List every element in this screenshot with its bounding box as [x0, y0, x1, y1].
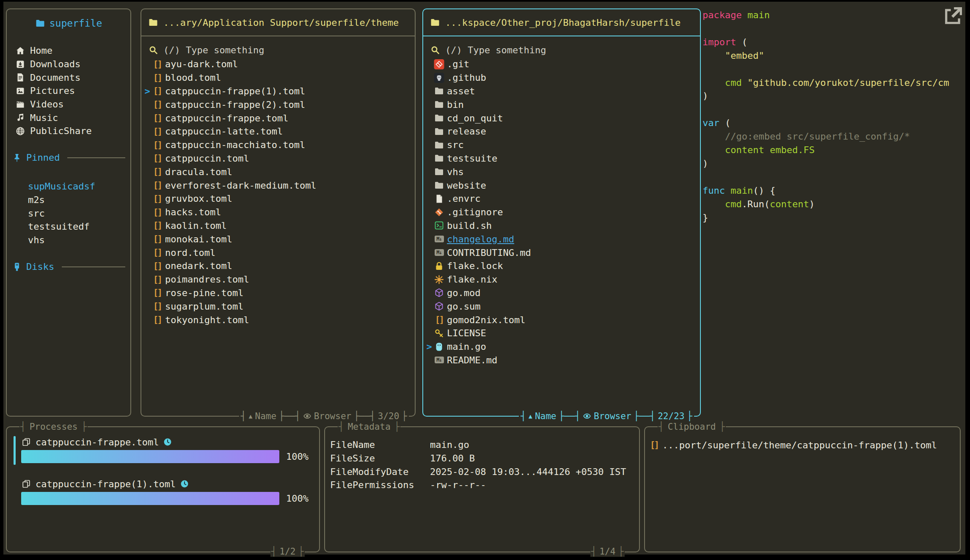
sort-label: Name [535, 411, 557, 421]
toml-icon: [] [152, 140, 163, 150]
file-row[interactable]: .git [425, 58, 698, 71]
external-link-icon[interactable] [942, 5, 964, 27]
pinned-item-testsuitedf[interactable]: testsuitedf [28, 220, 127, 233]
pinned-item-m2s[interactable]: m2s [28, 193, 127, 207]
file-row[interactable]: .gitignore [425, 206, 698, 219]
gitignore-icon [433, 207, 445, 217]
file-row[interactable]: []catppuccin-macchiato.toml [143, 138, 413, 152]
processes-panel: ┤ Processes ├ catppuccin-frappe.toml100%… [6, 426, 320, 552]
file-row[interactable]: []nord.toml [143, 246, 413, 259]
file-row[interactable]: flake.lock [425, 259, 698, 273]
file-row[interactable]: LICENSE [425, 327, 698, 340]
metadata-counter: ┤ 1/4 ├ [590, 546, 625, 557]
folder-icon [433, 126, 445, 137]
cursor-indicator: > [143, 86, 152, 96]
file-name: flake.nix [447, 274, 497, 285]
file-row[interactable]: []gruvbox.toml [143, 192, 413, 206]
sidebar-item-documents[interactable]: Documents [15, 71, 127, 84]
file-row[interactable]: build.sh [425, 219, 698, 233]
sidebar-directories: HomeDownloadsDocumentsPicturesVideosMusi… [15, 44, 127, 138]
file-name: asset [447, 86, 475, 96]
file-row[interactable]: []kaolin.toml [143, 219, 413, 233]
cube-icon [433, 301, 445, 311]
file-row[interactable]: []blood.toml [143, 71, 413, 85]
file-row[interactable]: src [425, 138, 698, 152]
sidebar-item-pictures[interactable]: Pictures [15, 84, 127, 98]
file-row[interactable]: []gomod2nix.toml [425, 313, 698, 327]
file-name: nord.toml [165, 247, 215, 258]
file-name: .git [447, 59, 469, 69]
search-input[interactable]: (/) Type something [148, 43, 411, 57]
file-row[interactable]: .github [425, 71, 698, 85]
file-row[interactable]: >[]catppuccin-frappe(1).toml [143, 85, 413, 98]
file-row[interactable]: []everforest-dark-medium.toml [143, 178, 413, 192]
file-row[interactable]: []catppuccin.toml [143, 152, 413, 165]
file-row[interactable]: vhs [425, 165, 698, 178]
file-row[interactable]: cd_on_quit [425, 111, 698, 125]
file-name: CONTRIBUTING.md [447, 247, 531, 258]
pinned-section-header: Pinned [12, 152, 125, 163]
file-row[interactable]: website [425, 178, 698, 192]
tab-notch: ├ [394, 422, 400, 432]
panel-path-header[interactable]: ...kspace/Other_proj/BhagatHarsh/superfi… [423, 9, 700, 36]
file-row[interactable]: release [425, 125, 698, 138]
file-row[interactable]: []poimandres.toml [143, 273, 413, 286]
file-row[interactable]: .envrc [425, 192, 698, 206]
footer-notch: ├──┤ [634, 411, 656, 421]
file-row[interactable]: []dracula.toml [143, 165, 413, 178]
sidebar-item-downloads[interactable]: Downloads [15, 58, 127, 71]
file-row[interactable]: []catppuccin-latte.toml [143, 125, 413, 138]
clipboard-title-label: Clipboard [668, 422, 716, 432]
usb-icon [12, 262, 22, 272]
toml-icon: [] [152, 153, 163, 163]
code-line: var ( [703, 116, 965, 130]
file-row[interactable]: go.mod [425, 286, 698, 300]
file-row[interactable]: []rose-pine.toml [143, 286, 413, 300]
file-row[interactable]: []onedark.toml [143, 259, 413, 273]
file-row[interactable]: []sugarplum.toml [143, 299, 413, 313]
toml-icon: [] [152, 167, 163, 177]
file-row[interactable]: >main.go [425, 340, 698, 354]
file-name: blood.toml [165, 72, 221, 83]
metadata-value: -rw-r--r-- [430, 480, 635, 490]
search-input[interactable]: (/) Type something [430, 43, 697, 57]
clipboard-item[interactable]: []...port/superfile/theme/catppuccin-fra… [648, 438, 956, 452]
music-icon [15, 113, 25, 123]
code-line: "embed" [703, 49, 965, 63]
disks-section-header: Disks [12, 261, 125, 272]
file-row[interactable]: bin [425, 98, 698, 111]
file-row[interactable]: go.sum [425, 299, 698, 313]
toml-icon: [] [152, 126, 163, 137]
file-row[interactable]: M↓changelog.md [425, 232, 698, 246]
file-name: .envrc [447, 193, 480, 204]
sidebar-item-videos[interactable]: Videos [15, 98, 127, 111]
pinned-item-supmusicadsf[interactable]: supMusicadsf [28, 180, 127, 193]
file-row[interactable]: flake.nix [425, 273, 698, 286]
code-line: ) [703, 89, 965, 103]
file-row[interactable]: M↓CONTRIBUTING.md [425, 246, 698, 259]
file-row[interactable]: testsuite [425, 152, 698, 165]
sidebar-item-music[interactable]: Music [15, 111, 127, 124]
file-row[interactable]: []tokyonight.toml [143, 313, 413, 327]
file-row[interactable]: asset [425, 85, 698, 98]
panel-path-header[interactable]: ...ary/Application Support/superfile/the… [141, 9, 415, 36]
file-row[interactable]: []monokai.toml [143, 232, 413, 246]
file-row[interactable]: []catppuccin-frappe.toml [143, 111, 413, 125]
sidebar-item-home[interactable]: Home [15, 44, 127, 58]
pinned-item-src[interactable]: src [28, 206, 127, 220]
sidebar-item-publicshare[interactable]: PublicShare [15, 124, 127, 138]
pinned-item-vhs[interactable]: vhs [28, 233, 127, 247]
file-row[interactable]: M↓README.md [425, 354, 698, 367]
folder-icon [148, 17, 158, 27]
file-row[interactable]: []ayu-dark.toml [143, 58, 413, 71]
file-row[interactable]: []catppuccin-frappe(2).toml [143, 98, 413, 111]
file-name: catppuccin-frappe.toml [165, 113, 288, 124]
process-item[interactable]: catppuccin-frappe.toml100% [14, 436, 312, 463]
cursor-indicator: > [425, 341, 433, 352]
code-line: } [703, 211, 965, 225]
process-item[interactable]: catppuccin-frappe(1).toml100% [14, 478, 312, 505]
clipboard-title: ┤ Clipboard ├ [658, 422, 726, 432]
footer-notch: ├──┤ [354, 411, 375, 421]
tab-notch: ├ [618, 546, 624, 557]
file-row[interactable]: []hacks.toml [143, 206, 413, 219]
